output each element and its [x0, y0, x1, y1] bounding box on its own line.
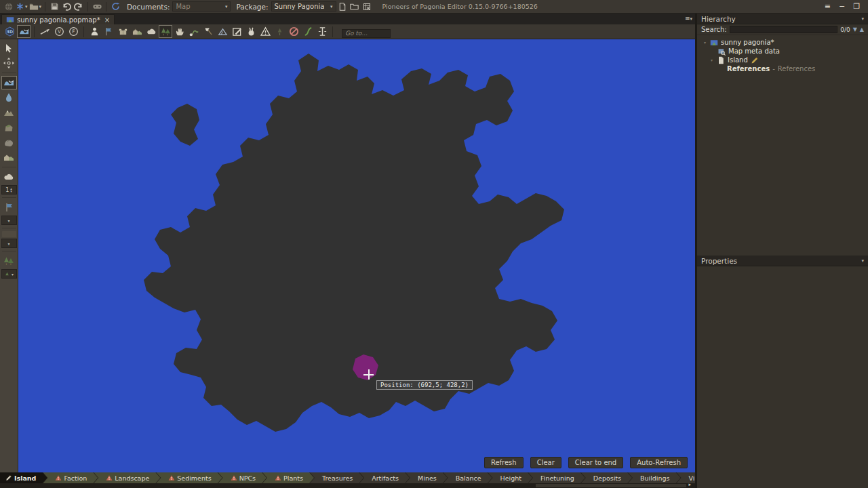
- window-restore-icon[interactable]: ❐: [853, 2, 860, 11]
- boulder-brush-button[interactable]: [1, 136, 17, 149]
- reload-button[interactable]: [109, 1, 121, 13]
- tab-deposits[interactable]: Deposits: [581, 472, 632, 483]
- edit-pencil-icon[interactable]: [751, 56, 759, 64]
- flag-brush-button[interactable]: [1, 201, 17, 214]
- flag-tool-button[interactable]: [102, 25, 115, 38]
- open-package-folder-button[interactable]: [349, 1, 361, 13]
- map-canvas[interactable]: Position: (692,5; 428,2) Refresh Clear C…: [18, 39, 695, 472]
- collapse-icon[interactable]: ▾: [861, 16, 864, 22]
- village-brush-button[interactable]: [1, 150, 17, 164]
- export-table-button[interactable]: [361, 1, 373, 13]
- water-drop-button[interactable]: [1, 91, 17, 104]
- measure-tool-button[interactable]: [315, 25, 329, 38]
- view-3d-button[interactable]: 3D: [3, 25, 16, 38]
- save-button[interactable]: [48, 1, 60, 13]
- tree-node-label: sunny pagonia*: [721, 39, 774, 46]
- search-next-icon[interactable]: ▼: [853, 27, 857, 33]
- tab-sediments[interactable]: Sediments: [156, 472, 222, 483]
- scroll-right-icon[interactable]: ▸: [688, 482, 691, 487]
- clear-button[interactable]: Clear: [530, 457, 561, 468]
- expander-icon[interactable]: ▾: [709, 58, 714, 62]
- tab-label: Artifacts: [372, 474, 399, 482]
- clear-to-end-button[interactable]: Clear to end: [568, 457, 623, 468]
- open-map-button[interactable]: ▾: [28, 1, 43, 13]
- properties-header[interactable]: Properties ▾: [697, 256, 868, 266]
- tree-node-island[interactable]: ▾ Island: [697, 56, 868, 64]
- route-tool-button[interactable]: [187, 25, 201, 38]
- animals-tool-button[interactable]: [244, 25, 258, 38]
- slope-tool-button[interactable]: [38, 25, 52, 38]
- village-tool-button[interactable]: [130, 25, 144, 38]
- right-panel: Hierarchy ▾ Search: 0/0 ▼ ▲ ▾ sunny pago…: [695, 14, 868, 488]
- edit-area-tool-button[interactable]: [230, 25, 243, 38]
- stepper-down-icon[interactable]: ▾: [10, 190, 12, 192]
- tab-buildings[interactable]: Buildings: [628, 472, 681, 483]
- tab-height[interactable]: Height: [488, 472, 532, 483]
- auto-refresh-button[interactable]: Auto-Refresh: [630, 457, 688, 468]
- mountain-brush-button[interactable]: [1, 106, 17, 119]
- flag-variant-dropdown[interactable]: ▾: [1, 216, 17, 225]
- path-curve-tool-button[interactable]: [301, 25, 315, 38]
- tab-balance[interactable]: Balance: [443, 472, 492, 483]
- refresh-button[interactable]: Refresh: [484, 457, 524, 468]
- texture-dropdown[interactable]: ▾: [1, 239, 17, 248]
- face-mode-button[interactable]: F: [66, 25, 80, 38]
- tree-node-root[interactable]: ▾ sunny pagonia*: [697, 38, 868, 47]
- search-input[interactable]: [730, 26, 837, 33]
- app-globe-icon[interactable]: [3, 1, 15, 13]
- hierarchy-header[interactable]: Hierarchy ▾: [697, 14, 868, 24]
- expander-icon[interactable]: ▾: [703, 40, 707, 45]
- small-plant-tool-button[interactable]: [273, 25, 286, 38]
- new-map-button[interactable]: ▾: [15, 1, 28, 13]
- package-dropdown[interactable]: Sunny Pagonia ▾: [271, 1, 336, 12]
- chevron-down-icon: ▾: [25, 4, 28, 9]
- pointer-tool-button[interactable]: [1, 41, 17, 55]
- tent-tool-button[interactable]: [216, 25, 229, 38]
- tab-mines[interactable]: Mines: [406, 472, 448, 483]
- window-minimize-icon[interactable]: −: [839, 2, 845, 11]
- scrollbar-thumb[interactable]: [536, 484, 686, 487]
- water-wave-tool-button[interactable]: [17, 25, 31, 38]
- trees-brush-button[interactable]: [1, 254, 17, 268]
- tab-finetuning[interactable]: Finetuning: [528, 472, 585, 483]
- documents-dropdown[interactable]: Map ▾: [172, 1, 231, 12]
- tree-node-meta[interactable]: Map meta data: [697, 47, 868, 56]
- tab-artifacts[interactable]: Artifacts: [359, 472, 410, 483]
- tab-npcs[interactable]: NPCs: [218, 472, 267, 483]
- pan-move-tool-button[interactable]: [1, 56, 17, 70]
- goto-input[interactable]: [342, 29, 391, 38]
- vertex-mode-button[interactable]: V: [52, 25, 66, 38]
- hand-icon: [175, 26, 185, 37]
- tab-treasures[interactable]: Treasures: [310, 472, 363, 483]
- water-brush-button[interactable]: [1, 76, 17, 89]
- tab-faction[interactable]: Faction: [43, 472, 98, 483]
- no-entry-tool-button[interactable]: [287, 25, 300, 38]
- window-menu-icon[interactable]: ≡: [825, 2, 831, 11]
- document-tab[interactable]: sunny pagonia.popmap* ×: [1, 14, 115, 24]
- trees-variant-dropdown[interactable]: ▾: [1, 269, 17, 279]
- cloud-brush-button[interactable]: [1, 170, 17, 184]
- warnings-tool-button[interactable]: [258, 25, 272, 38]
- redo-button[interactable]: [73, 1, 85, 13]
- axe-tool-button[interactable]: [201, 25, 215, 38]
- tab-landscape[interactable]: Landscape: [94, 472, 160, 483]
- undo-button[interactable]: [60, 1, 73, 13]
- package-label: Package:: [236, 3, 268, 11]
- tab-plants[interactable]: Plants: [262, 472, 314, 483]
- cloud-tool-button[interactable]: [144, 25, 158, 38]
- tab-list-button[interactable]: ≡▾: [685, 15, 692, 22]
- collapse-icon[interactable]: ▾: [861, 258, 864, 264]
- tree-node-references[interactable]: References - References: [697, 64, 868, 73]
- new-document-button[interactable]: [336, 1, 349, 13]
- gamepad-icon[interactable]: [91, 1, 103, 13]
- close-icon[interactable]: ×: [104, 16, 110, 24]
- tab-island[interactable]: Island: [0, 472, 47, 483]
- search-prev-icon[interactable]: ▲: [860, 27, 864, 33]
- trees-tool-button[interactable]: [159, 25, 172, 38]
- cliff-brush-button[interactable]: [1, 121, 17, 134]
- brush-size-stepper[interactable]: 1 ▴ ▾: [1, 185, 17, 195]
- person-tool-button[interactable]: [87, 25, 101, 38]
- hand-tool-button[interactable]: [173, 25, 186, 38]
- chevron-down-icon: ▾: [225, 4, 228, 9]
- treasure-tool-button[interactable]: [116, 25, 130, 38]
